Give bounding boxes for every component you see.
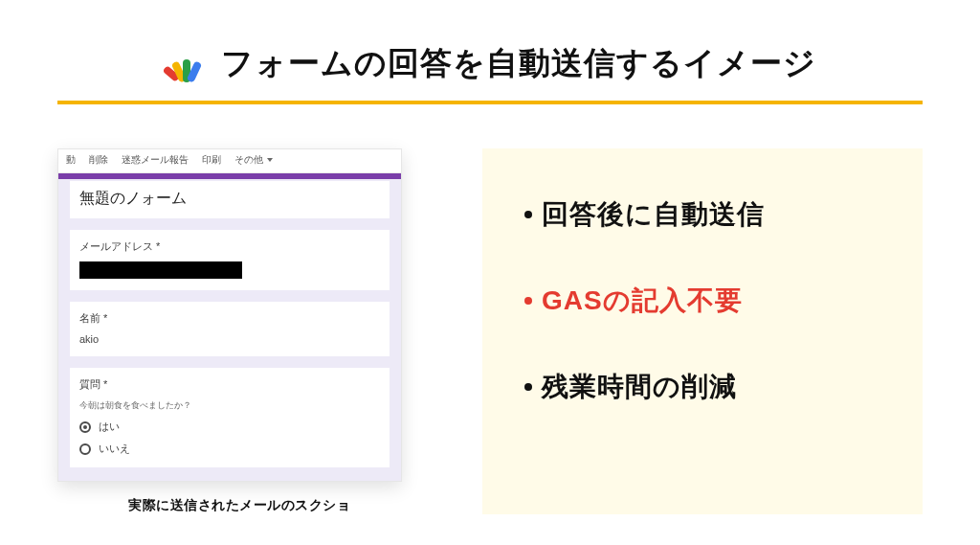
email-toolbar: 動 削除 迷惑メール報告 印刷 その他 xyxy=(58,149,401,173)
email-screenshot: 動 削除 迷惑メール報告 印刷 その他 無題のノォーム メールアドレス * xyxy=(57,148,402,482)
bullet-icon xyxy=(524,297,532,305)
screenshot-column: 動 削除 迷惑メール報告 印刷 その他 無題のノォーム メールアドレス * xyxy=(57,148,421,514)
radio-yes xyxy=(79,421,91,433)
toolbar-print: 印刷 xyxy=(202,153,221,167)
benefit-item-1-text: 回答後に自動送信 xyxy=(542,196,765,233)
toolbar-delete: 削除 xyxy=(89,153,108,167)
name-value: akio xyxy=(79,333,380,345)
redacted-email xyxy=(79,261,242,279)
toolbar-spam: 迷惑メール報告 xyxy=(122,153,189,167)
toolbar-move: 動 xyxy=(66,153,76,167)
radio-yes-row: はい xyxy=(79,420,380,434)
content: 動 削除 迷惑メール報告 印刷 その他 無題のノォーム メールアドレス * xyxy=(0,104,980,514)
benefit-box: 回答後に自動送信 GASの記入不要 残業時間の削減 xyxy=(482,148,923,514)
toolbar-others-label: その他 xyxy=(234,153,263,167)
toolbar-others: その他 xyxy=(234,153,273,167)
chevron-down-icon xyxy=(267,158,273,162)
radio-yes-label: はい xyxy=(99,420,120,434)
apps-script-icon xyxy=(164,46,208,82)
email-body: 無題のノォーム メールアドレス * 名前 * akio 質問 * 今朝は朝食を食… xyxy=(58,173,401,481)
screenshot-caption: 実際に送信されたメールのスクショ xyxy=(57,497,421,514)
form-title: 無題のノォーム xyxy=(79,190,187,206)
question-subtext: 今朝は朝食を食べましたか？ xyxy=(79,399,380,412)
radio-no-row: いいえ xyxy=(79,442,380,456)
email-field-card: メールアドレス * xyxy=(70,230,390,290)
title-row: フォームの回答を自動送信するイメージ xyxy=(0,42,980,85)
page-title: フォームの回答を自動送信するイメージ xyxy=(221,42,816,85)
name-field-card: 名前 * akio xyxy=(70,302,390,356)
benefit-item-2: GASの記入不要 xyxy=(524,283,894,319)
form-title-card: 無題のノォーム xyxy=(70,181,390,218)
bullet-icon xyxy=(524,383,532,391)
benefit-item-1: 回答後に自動送信 xyxy=(524,196,894,233)
name-label: 名前 * xyxy=(79,311,380,326)
question-card: 質問 * 今朝は朝食を食べましたか？ はい いいえ xyxy=(70,368,390,467)
radio-no xyxy=(79,443,91,455)
question-label: 質問 * xyxy=(79,377,380,392)
benefit-item-3-text: 残業時間の削減 xyxy=(542,369,737,405)
radio-no-label: いいえ xyxy=(99,442,130,456)
benefit-item-3: 残業時間の削減 xyxy=(524,369,894,405)
benefit-list: 回答後に自動送信 GASの記入不要 残業時間の削減 xyxy=(524,196,894,405)
bullet-icon xyxy=(524,211,532,218)
email-label: メールアドレス * xyxy=(79,239,380,254)
benefit-item-2-text: GASの記入不要 xyxy=(542,283,743,319)
